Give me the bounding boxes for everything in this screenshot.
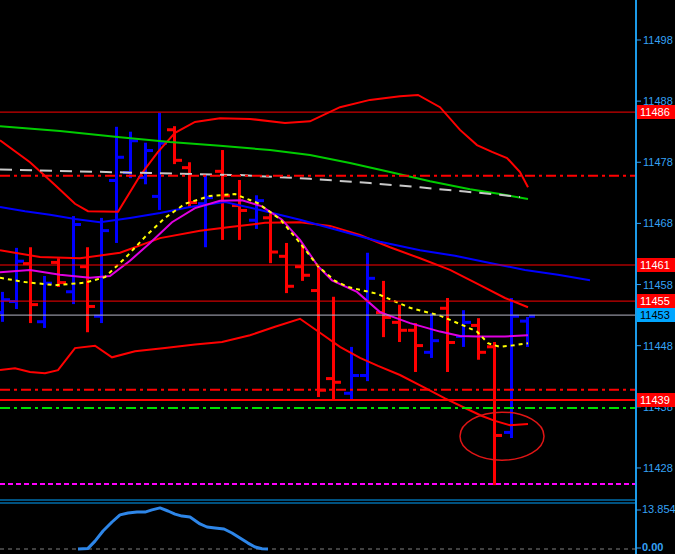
price-tick-label: 11468 <box>643 216 675 230</box>
ohlc-close-tick <box>465 321 471 324</box>
ohlc-bar-up <box>204 175 207 247</box>
ohlc-bar-down <box>285 243 288 293</box>
ohlc-bar-down <box>221 150 224 240</box>
ohlc-open-tick <box>295 265 301 268</box>
ohlc-bar-up <box>510 298 513 438</box>
ohlc-bar-down <box>188 162 191 207</box>
green-ma-line <box>0 126 528 199</box>
ohlc-open-tick <box>0 311 1 314</box>
ohlc-open-tick <box>279 255 285 258</box>
ohlc-bar-up <box>15 248 18 309</box>
ohlc-open-tick <box>424 351 430 354</box>
ohlc-close-tick <box>258 199 264 202</box>
indicator-zero-label: 0.00 <box>642 541 663 554</box>
ohlc-open-tick <box>408 329 414 332</box>
ohlc-bar-up <box>115 127 118 243</box>
ohlc-open-tick <box>504 431 510 434</box>
ohlc-bar-down <box>29 247 32 323</box>
ohlc-close-tick <box>118 156 124 159</box>
ohlc-open-tick <box>263 216 269 219</box>
ohlc-bar-down <box>382 281 385 337</box>
ohlc-bar-down <box>86 247 89 332</box>
ohlc-bar-down <box>446 298 449 372</box>
indicator-line <box>78 508 268 549</box>
ohlc-bar-down <box>477 318 480 360</box>
ohlc-close-tick <box>304 274 310 277</box>
ohlc-close-tick <box>369 277 375 280</box>
ohlc-close-tick <box>449 341 455 344</box>
ohlc-open-tick <box>37 320 43 323</box>
ohlc-open-tick <box>440 307 446 310</box>
indicator-max-label: 13.8544 <box>642 503 675 516</box>
ohlc-bar-down <box>238 180 241 240</box>
ohlc-close-tick <box>496 434 502 437</box>
ohlc-open-tick <box>344 392 350 395</box>
ohlc-open-tick <box>66 290 72 293</box>
price-tick-label: 11448 <box>643 339 675 353</box>
ohlc-bar-up <box>462 310 465 347</box>
ohlc-open-tick <box>152 195 158 198</box>
ohlc-close-tick <box>241 209 247 212</box>
ohlc-open-tick <box>326 377 332 380</box>
ohlc-open-tick <box>360 374 366 377</box>
ohlc-open-tick <box>215 170 221 173</box>
price-level-badge[interactable]: 11486 <box>637 105 675 119</box>
ohlc-open-tick <box>520 320 526 323</box>
price-chart-canvas[interactable] <box>0 0 675 554</box>
ohlc-close-tick <box>417 344 423 347</box>
ohlc-close-tick <box>89 305 95 308</box>
current-price-badge[interactable]: 11453 <box>637 308 675 322</box>
ohlc-bar-up <box>430 313 433 358</box>
ohlc-open-tick <box>167 128 173 131</box>
ohlc-bar-down <box>57 258 60 287</box>
ohlc-bar-up <box>72 216 75 304</box>
ohlc-close-tick <box>32 303 38 306</box>
ohlc-bar-down <box>398 305 401 342</box>
ohlc-open-tick <box>51 261 57 264</box>
ohlc-close-tick <box>335 381 341 384</box>
price-level-badge[interactable]: 11439 <box>637 393 675 407</box>
ohlc-bar-down <box>493 342 496 485</box>
ohlc-open-tick <box>109 179 115 182</box>
price-tick-label: 11428 <box>643 461 675 475</box>
price-tick-label: 11498 <box>643 33 675 47</box>
ohlc-open-tick <box>311 289 317 292</box>
ohlc-close-tick <box>272 251 278 254</box>
price-tick-label: 11478 <box>643 155 675 169</box>
ohlc-bar-down <box>414 323 417 372</box>
ohlc-open-tick <box>487 345 493 348</box>
ohlc-close-tick <box>147 149 153 152</box>
ohlc-open-tick <box>471 324 477 327</box>
ohlc-bar-up <box>144 143 147 185</box>
ohlc-close-tick <box>75 223 81 226</box>
ohlc-close-tick <box>480 351 486 354</box>
ohlc-bar-down <box>332 297 335 400</box>
price-level-badge[interactable]: 11461 <box>637 258 675 272</box>
trading-chart-window: 13.8544 0.00 114981148811478114681145811… <box>0 0 675 554</box>
ohlc-bar-up <box>158 113 161 210</box>
ohlc-close-tick <box>176 159 182 162</box>
ohlc-open-tick <box>392 321 398 324</box>
ohlc-close-tick <box>103 229 109 232</box>
ohlc-close-tick <box>401 329 407 332</box>
ohlc-close-tick <box>288 285 294 288</box>
ohlc-bar-up <box>100 218 103 323</box>
price-level-badge[interactable]: 11455 <box>637 294 675 308</box>
ohlc-bar-up <box>1 292 4 322</box>
ohlc-bar-down <box>269 212 272 263</box>
price-tick-label: 11458 <box>643 278 675 292</box>
ohlc-close-tick <box>433 339 439 342</box>
ohlc-close-tick <box>353 374 359 377</box>
ohlc-open-tick <box>249 219 255 222</box>
ohlc-open-tick <box>182 166 188 169</box>
ohlc-bar-down <box>301 244 304 281</box>
ohlc-open-tick <box>80 265 86 268</box>
